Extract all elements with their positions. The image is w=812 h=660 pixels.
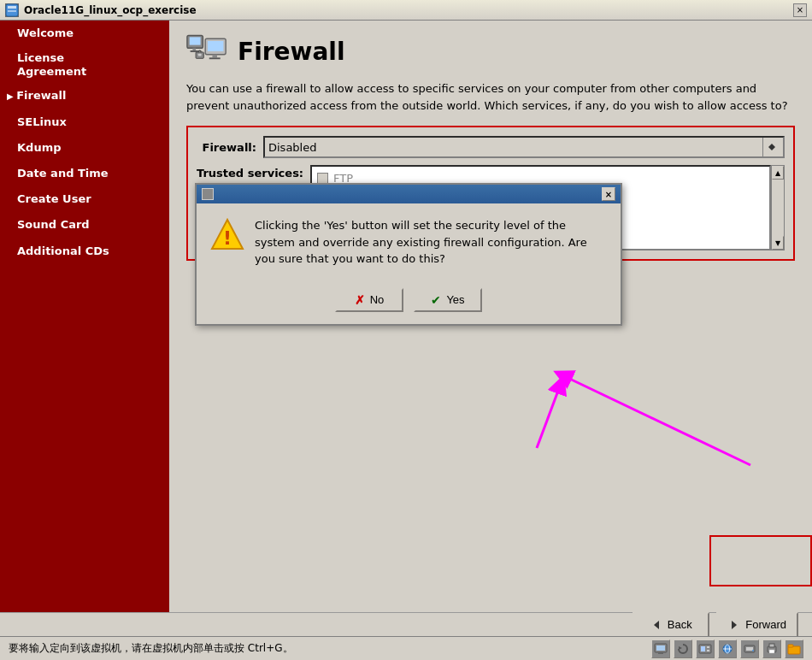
back-label: Back <box>668 618 692 631</box>
svg-rect-27 <box>701 646 705 651</box>
svg-rect-5 <box>192 48 196 50</box>
no-label: No <box>370 293 385 306</box>
system-icon[interactable] <box>696 639 715 658</box>
svg-rect-28 <box>707 646 709 648</box>
folder-icon[interactable] <box>785 639 803 658</box>
page-title: Firewall <box>238 38 344 66</box>
svg-rect-34 <box>746 647 753 651</box>
title-bar: Oracle11G_linux_ocp_exercise × <box>0 0 812 21</box>
svg-rect-23 <box>656 645 665 651</box>
window-icon <box>5 3 19 17</box>
svg-rect-37 <box>769 644 774 647</box>
dialog-icon <box>202 188 214 200</box>
forward-button[interactable]: Forward <box>716 612 798 638</box>
yes-label: Yes <box>446 293 464 306</box>
confirmation-dialog: × ! Clicking the 'Yes' button will set t… <box>195 183 622 326</box>
svg-rect-4 <box>190 37 201 44</box>
window-title: Oracle11G_linux_ocp_exercise <box>24 4 788 16</box>
dialog-title-bar: × <box>197 185 621 203</box>
nav-bar: Back Forward <box>0 612 812 636</box>
scrollbar-track <box>772 180 784 236</box>
sidebar-item-license[interactable]: LicenseAgreement <box>0 46 169 83</box>
svg-rect-2 <box>8 10 16 12</box>
yes-button[interactable]: ✔ Yes <box>414 288 482 312</box>
svg-rect-8 <box>208 41 223 51</box>
svg-line-19 <box>537 384 561 448</box>
no-icon: ✗ <box>355 293 365 307</box>
dialog-body: ! Clicking the 'Yes' button will set the… <box>197 203 621 281</box>
svg-text:!: ! <box>223 227 232 249</box>
sidebar-item-kdump[interactable]: Kdump <box>0 135 169 161</box>
status-bar: 要将输入定向到该虚拟机，请在虚拟机内部单击或按 Ctrl+G。 <box>0 636 812 660</box>
sidebar-item-datetime[interactable]: Date and Time <box>0 161 169 186</box>
drive-icon[interactable] <box>740 639 759 658</box>
network-icon[interactable] <box>651 639 670 658</box>
sidebar-item-selinux[interactable]: SELinux <box>0 109 169 135</box>
svg-rect-9 <box>212 55 217 58</box>
sidebar: Welcome LicenseAgreement Firewall SELinu… <box>0 21 169 634</box>
refresh-icon[interactable] <box>674 639 692 658</box>
warning-icon: ! <box>210 217 244 251</box>
svg-marker-13 <box>768 144 775 147</box>
dialog-close-button[interactable]: × <box>602 187 615 201</box>
select-arrow-icon[interactable] <box>762 138 780 156</box>
back-icon <box>650 619 662 631</box>
firewall-label: Firewall: <box>197 141 256 154</box>
svg-line-18 <box>562 375 750 465</box>
svg-rect-12 <box>198 54 202 56</box>
sidebar-item-createuser[interactable]: Create User <box>0 186 169 212</box>
sidebar-item-firewall[interactable]: Firewall <box>0 83 169 109</box>
sidebar-item-welcome[interactable]: Welcome <box>0 21 169 46</box>
svg-rect-29 <box>707 650 709 651</box>
services-scrollbar[interactable]: ▲ ▼ <box>771 165 785 250</box>
svg-rect-10 <box>209 57 221 59</box>
scrollbar-down-arrow[interactable]: ▼ <box>772 236 784 250</box>
sidebar-item-additionalcds[interactable]: Additional CDs <box>0 239 169 264</box>
svg-rect-38 <box>769 650 774 653</box>
yes-icon: ✔ <box>431 293 441 307</box>
content-area: Firewall You can use a firewall to allow… <box>169 21 812 634</box>
scrollbar-up-arrow[interactable]: ▲ <box>772 166 784 180</box>
firewall-select[interactable]: Disabled <box>263 136 785 158</box>
status-text: 要将输入定向到该虚拟机，请在虚拟机内部单击或按 Ctrl+G。 <box>9 641 643 656</box>
taskbar-icons <box>651 639 803 658</box>
sidebar-item-soundcard[interactable]: Sound Card <box>0 212 169 238</box>
forward-label: Forward <box>745 618 786 631</box>
svg-marker-25 <box>679 646 682 650</box>
svg-point-35 <box>752 650 754 651</box>
svg-marker-20 <box>654 621 659 629</box>
dialog-buttons: ✗ No ✔ Yes <box>197 281 621 324</box>
svg-marker-21 <box>732 621 737 629</box>
svg-rect-1 <box>8 6 16 9</box>
back-button[interactable]: Back <box>633 612 709 638</box>
no-button[interactable]: ✗ No <box>335 288 403 312</box>
page-header: Firewall <box>186 34 795 68</box>
svg-rect-24 <box>658 652 663 654</box>
trusted-services-label: Trusted services: <box>197 165 303 180</box>
forward-icon <box>728 619 740 631</box>
svg-rect-40 <box>788 645 793 647</box>
firewall-value: Disabled <box>268 141 316 154</box>
printer-icon[interactable] <box>762 639 781 658</box>
page-description: You can use a firewall to allow access t… <box>186 80 795 114</box>
dialog-message: Clicking the 'Yes' button will set the s… <box>255 217 607 268</box>
firewall-row: Firewall: Disabled <box>197 136 785 158</box>
close-button[interactable]: × <box>793 3 807 17</box>
internet-icon[interactable] <box>718 639 737 658</box>
svg-marker-14 <box>768 147 775 150</box>
main-container: Welcome LicenseAgreement Firewall SELinu… <box>0 21 812 634</box>
red-rect-bottom-right <box>709 535 812 586</box>
firewall-icon <box>186 34 227 68</box>
